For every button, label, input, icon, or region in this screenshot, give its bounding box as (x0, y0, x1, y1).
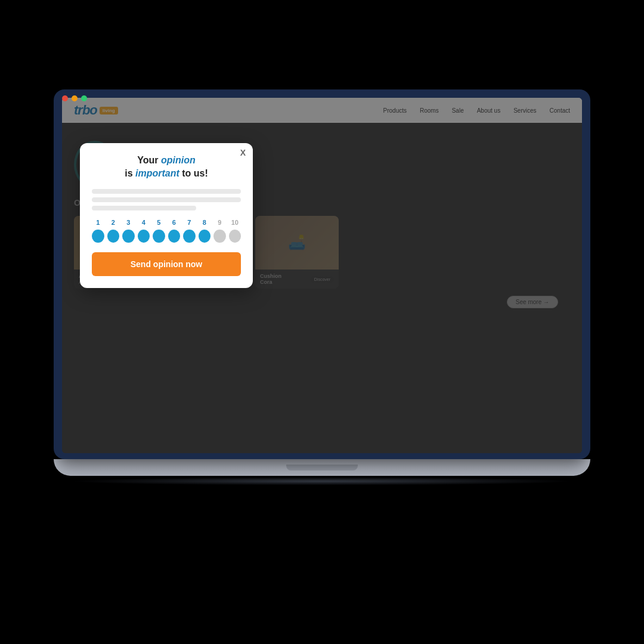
rating-dot-2[interactable] (107, 230, 120, 243)
rating-num-2: 2 (107, 219, 120, 226)
rating-num-10: 10 (229, 219, 242, 226)
laptop-wrapper: trbo living Products Rooms Sale About us… (48, 89, 596, 555)
rating-num-5: 5 (153, 219, 165, 226)
opinion-popup: X Your opinion is important to us! 1 2 3 (80, 143, 253, 288)
rating-num-4: 4 (138, 219, 150, 226)
rating-dot-1[interactable] (92, 230, 104, 243)
popup-close-button[interactable]: X (240, 148, 246, 157)
laptop-screen-outer: trbo living Products Rooms Sale About us… (54, 89, 590, 459)
rating-dot-3[interactable] (122, 230, 135, 243)
rating-dot-7[interactable] (183, 230, 196, 243)
laptop-notch (286, 465, 358, 470)
popup-line-1 (92, 189, 241, 194)
rating-num-1: 1 (92, 219, 104, 226)
rating-num-3: 3 (122, 219, 135, 226)
traffic-light-yellow (72, 95, 78, 101)
popup-lines (92, 189, 241, 210)
rating-dot-5[interactable] (153, 230, 165, 243)
traffic-lights (62, 95, 87, 101)
rating-num-8: 8 (199, 219, 211, 226)
popup-line-3 (92, 206, 196, 210)
rating-num-6: 6 (168, 219, 181, 226)
popup-title: Your opinion is important to us! (92, 154, 241, 181)
popup-title-opinion: opinion (161, 155, 196, 165)
laptop-base (54, 459, 590, 476)
popup-title-important: important (135, 168, 179, 178)
popup-title-tous: to us! (179, 168, 208, 178)
rating-dot-8[interactable] (199, 230, 211, 243)
rating-dot-10[interactable] (229, 230, 242, 243)
rating-section: 1 2 3 4 5 6 7 8 9 10 (92, 219, 241, 243)
rating-dot-6[interactable] (168, 230, 181, 243)
rating-numbers: 1 2 3 4 5 6 7 8 9 10 (92, 219, 241, 226)
popup-title-your: Your (137, 155, 161, 165)
popup-title-is: is (125, 168, 135, 178)
rating-num-7: 7 (183, 219, 196, 226)
laptop-shadow (66, 477, 578, 485)
rating-dot-9[interactable] (213, 230, 226, 243)
laptop-screen-inner: trbo living Products Rooms Sale About us… (62, 98, 582, 453)
traffic-light-red (62, 95, 68, 101)
traffic-light-green (81, 95, 87, 101)
rating-dots (92, 230, 241, 243)
popup-line-2 (92, 197, 241, 202)
rating-num-9: 9 (213, 219, 226, 226)
rating-dot-4[interactable] (138, 230, 150, 243)
send-opinion-button[interactable]: Send opinion now (92, 252, 241, 276)
